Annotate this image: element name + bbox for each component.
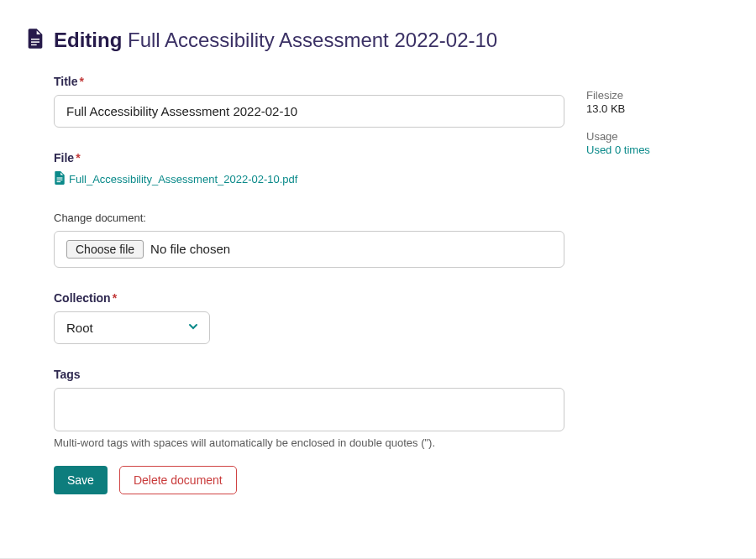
document-title: Full Accessibility Assessment 2022-02-10: [128, 29, 497, 51]
file-icon: [54, 171, 66, 188]
required-star: *: [80, 75, 84, 88]
tags-help-text: Multi-word tags with spaces will automat…: [54, 436, 564, 449]
filesize-value: 13.0 KB: [586, 102, 726, 115]
file-label: File*: [54, 151, 564, 165]
page-heading: Editing Full Accessibility Assessment 20…: [27, 29, 564, 53]
svg-rect-0: [31, 39, 39, 40]
current-file-link[interactable]: Full_Accessibility_Assessment_2022-02-10…: [54, 171, 297, 188]
required-star: *: [76, 151, 80, 165]
svg-rect-4: [57, 180, 63, 180]
file-picker[interactable]: Choose file No file chosen: [54, 231, 564, 268]
button-row: Save Delete document: [54, 466, 564, 494]
usage-link[interactable]: Used 0 times: [586, 144, 650, 156]
editing-label: Editing: [54, 29, 122, 51]
svg-rect-2: [31, 44, 37, 46]
document-icon: [27, 29, 44, 52]
change-document-label: Change document:: [54, 212, 564, 224]
sidebar: Filesize 13.0 KB Usage Used 0 times: [586, 29, 726, 494]
save-button[interactable]: Save: [54, 466, 108, 494]
field-tags: Tags Multi-word tags with spaces will au…: [54, 368, 564, 449]
filesize-label: Filesize: [586, 89, 726, 102]
tags-label: Tags: [54, 368, 564, 381]
title-label: Title*: [54, 75, 564, 88]
tags-input[interactable]: [54, 388, 564, 431]
title-input[interactable]: [54, 95, 564, 128]
choose-file-button[interactable]: Choose file: [66, 240, 144, 259]
svg-rect-3: [57, 177, 63, 178]
field-file: File* Full_Accessibility_Assessment_2022…: [54, 151, 564, 268]
collection-select[interactable]: Root: [54, 311, 210, 344]
field-collection: Collection* Root: [54, 291, 564, 344]
required-star: *: [113, 291, 117, 305]
file-picker-status: No file chosen: [150, 242, 230, 256]
field-title: Title*: [54, 75, 564, 128]
svg-rect-5: [57, 181, 61, 182]
delete-document-button[interactable]: Delete document: [119, 466, 237, 494]
usage-label: Usage: [586, 130, 726, 143]
page-title: Editing Full Accessibility Assessment 20…: [54, 29, 497, 53]
collection-label: Collection*: [54, 291, 564, 305]
current-file-name: Full_Accessibility_Assessment_2022-02-10…: [69, 173, 297, 185]
svg-rect-1: [31, 42, 39, 44]
